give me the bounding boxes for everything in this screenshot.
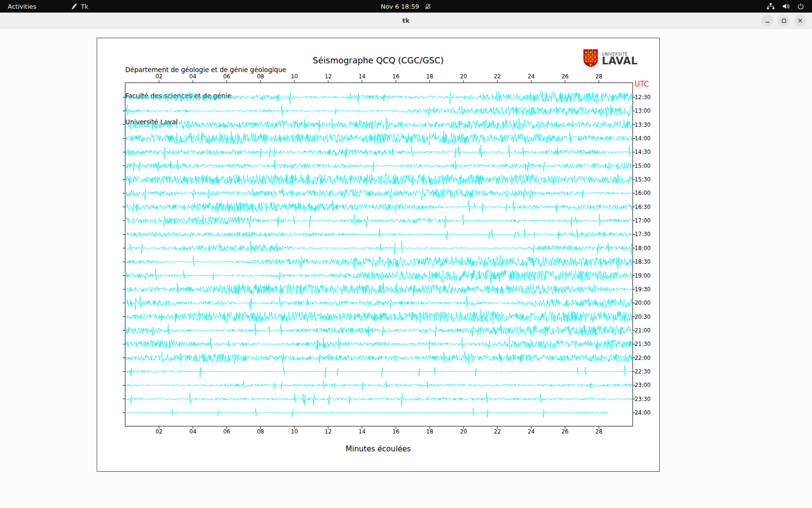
x-tick-label: 02 (153, 428, 165, 435)
x-tick-label: 24 (525, 73, 537, 80)
seismogram-trace (125, 380, 633, 390)
utc-time-label: 23:00 (635, 382, 651, 388)
seismogram-trace (125, 145, 633, 160)
seismogram-trace (125, 105, 633, 117)
close-button[interactable] (794, 15, 806, 27)
top-bar: Activities Tk Nov 6 18:59 (0, 0, 812, 13)
seismogram-trace (125, 188, 633, 200)
x-tick-label: 14 (356, 73, 368, 80)
utc-time-label: 13:30 (635, 121, 651, 128)
dnd-bell-icon (425, 3, 431, 10)
x-tick-label: 20 (457, 428, 470, 435)
utc-time-label: 21:30 (635, 341, 651, 347)
close-icon (798, 18, 803, 23)
window-controls (761, 15, 806, 27)
maximize-button[interactable] (778, 15, 790, 27)
laval-logo: UNIVERSITÉ LAVAL (583, 49, 638, 69)
utc-label: UTC (635, 80, 649, 89)
laval-shield-icon (583, 49, 598, 69)
utc-time-label: 15:00 (635, 163, 651, 169)
seismogram-trace (125, 131, 633, 146)
tk-app-indicator[interactable]: Tk (71, 3, 88, 10)
clock-text: Nov 6 18:59 (381, 3, 419, 10)
maximize-icon (782, 18, 786, 23)
x-tick-label: 18 (423, 428, 436, 435)
utc-time-label: 22:30 (635, 368, 651, 375)
power-icon[interactable] (797, 3, 804, 10)
x-tick-label: 18 (423, 73, 436, 80)
seismogram-trace (125, 408, 608, 418)
x-tick-label: 10 (288, 428, 301, 435)
utc-time-label: 17:30 (635, 231, 651, 238)
chart-panel: Département de géologie et de génie géol… (97, 38, 660, 472)
x-tick-label: 20 (457, 73, 470, 80)
utc-time-label: 16:00 (635, 190, 651, 196)
x-tick-label: 22 (491, 73, 504, 80)
utc-time-label: 15:30 (635, 176, 651, 183)
minimize-button[interactable] (761, 15, 773, 27)
utc-time-label: 19:30 (635, 286, 651, 293)
seismogram-trace (125, 283, 633, 296)
seismogram-trace (125, 255, 633, 269)
seismogram-trace (125, 323, 633, 337)
utc-time-label: 22:00 (635, 355, 651, 361)
clock[interactable]: Nov 6 18:59 (381, 3, 431, 10)
utc-time-label: 18:00 (635, 245, 651, 252)
seismogram-trace (125, 351, 633, 364)
laval-logo-text: UNIVERSITÉ LAVAL (602, 52, 638, 66)
utc-time-label: 24:00 (635, 409, 651, 416)
window-title: tk (403, 17, 410, 24)
seismogram-trace (125, 337, 633, 350)
x-tick-label: 26 (559, 73, 571, 80)
utc-time-label: 19:00 (635, 272, 651, 279)
seismogram-trace (125, 366, 633, 378)
utc-time-label: 18:30 (635, 258, 651, 265)
x-tick-label: 12 (322, 428, 334, 435)
activities-button[interactable]: Activities (8, 3, 36, 10)
x-tick-label: 08 (254, 428, 267, 435)
utc-time-label: 16:30 (635, 204, 651, 210)
x-tick-label: 02 (153, 73, 165, 80)
x-tick-label: 12 (322, 73, 334, 80)
seismogram-trace (125, 200, 633, 213)
x-tick-label: 28 (593, 428, 605, 435)
seismogram-trace (125, 296, 633, 310)
window-titlebar: tk (0, 13, 812, 29)
utc-time-label: 20:00 (635, 299, 651, 306)
tk-feather-icon (71, 3, 77, 10)
x-axis-title: Minutes écoulées (97, 445, 659, 453)
chart-title: Séismographe QCQ (CGC/GSC) (97, 56, 659, 65)
seismogram-trace (125, 392, 633, 406)
seismogram-trace (125, 214, 633, 228)
x-tick-label: 16 (390, 73, 402, 80)
seismogram-trace (125, 160, 633, 172)
utc-time-label: 20:30 (635, 314, 651, 320)
utc-time-label: 14:00 (635, 135, 651, 142)
seismogram-trace (125, 229, 633, 239)
seismogram-trace (125, 91, 633, 105)
tk-app-label: Tk (81, 3, 88, 10)
x-tick-label: 16 (390, 428, 402, 435)
utc-time-label: 12:30 (635, 94, 651, 101)
seismogram-trace (125, 310, 633, 323)
logo-laval: LAVAL (602, 57, 638, 66)
utc-time-label: 23:30 (635, 396, 651, 403)
seismogram-trace (125, 269, 633, 283)
system-tray (767, 0, 804, 13)
x-tick-label: 08 (254, 73, 267, 80)
x-tick-label: 04 (187, 428, 199, 435)
x-tick-label: 06 (220, 428, 233, 435)
x-tick-label: 24 (525, 428, 537, 435)
seismogram-trace (125, 173, 633, 186)
network-nodes-icon[interactable] (767, 3, 775, 10)
seismogram-trace (125, 118, 633, 131)
x-tick-label: 22 (491, 428, 504, 435)
plot-svg (121, 79, 637, 430)
x-tick-label: 04 (187, 73, 199, 80)
volume-icon[interactable] (782, 3, 790, 10)
x-tick-label: 14 (356, 428, 368, 435)
x-tick-label: 28 (593, 73, 605, 80)
utc-time-label: 13:00 (635, 107, 651, 114)
x-tick-label: 10 (288, 73, 301, 80)
minimize-icon (765, 18, 770, 23)
